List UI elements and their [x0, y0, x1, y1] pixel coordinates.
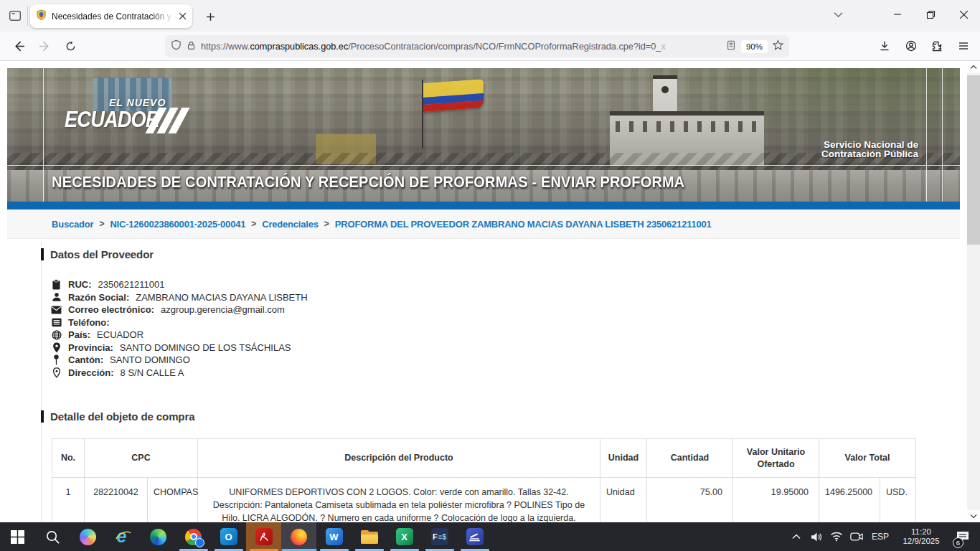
menu-hamburger-icon[interactable] — [952, 34, 975, 57]
el-nuevo-ecuador-logo: EL NUEVO ECUADOR — [65, 97, 172, 131]
taskbar-search-icon[interactable] — [35, 522, 70, 551]
content-left-rule — [41, 242, 42, 522]
col-no: No. — [52, 439, 85, 478]
field-label: Cantón: — [68, 354, 103, 365]
breadcrumb-separator: > — [99, 219, 104, 229]
org-line2: Contratación Pública — [821, 149, 918, 159]
chrome-icon[interactable] — [176, 522, 211, 551]
edge-icon[interactable] — [141, 522, 176, 551]
section-title: Detalle del objeto de compra — [50, 410, 194, 423]
logo-text-main: ECUADOR — [65, 108, 159, 131]
volume-icon[interactable] — [808, 522, 825, 551]
breadcrumb-link-buscador[interactable]: Buscador — [52, 219, 93, 230]
field-ruc: RUC: 2350621211001 — [51, 278, 308, 291]
phone-directory-icon — [51, 317, 62, 328]
downloads-icon[interactable] — [873, 34, 896, 57]
wifi-icon[interactable] — [828, 522, 845, 551]
forward-button[interactable] — [33, 34, 56, 57]
meet-now-icon[interactable] — [848, 522, 865, 551]
field-razon-social: Razón Social: ZAMBRANO MACIAS DAYANA LIS… — [51, 291, 308, 304]
field-value: ECUADOR — [97, 329, 143, 340]
grid-line — [926, 68, 927, 202]
account-icon[interactable] — [900, 34, 923, 57]
breadcrumb-link-nic[interactable]: NIC-1260023860001-2025-00041 — [110, 219, 245, 230]
field-canton: Cantón: SANTO DOMINGO — [51, 354, 308, 367]
url-bar[interactable]: https://www.compraspublicas.gob.ec/Proce… — [165, 35, 789, 57]
field-value: ZAMBRANO MACIAS DAYANA LISBETH — [136, 292, 307, 303]
file-explorer-icon[interactable] — [352, 522, 387, 551]
breadcrumb-current-proforma[interactable]: PROFORMA DEL PROVEEDOR ZAMBRANO MACIAS D… — [335, 219, 712, 230]
copilot-icon[interactable] — [70, 522, 105, 551]
scrollbar-thumb[interactable] — [967, 75, 980, 245]
col-valor-unitario: Valor Unitario Ofertado — [733, 439, 819, 478]
field-value: azgroup.gerencia@gmail.com — [161, 304, 285, 315]
excel-icon[interactable]: X — [387, 522, 422, 551]
field-label: Teléfono: — [68, 317, 110, 328]
clock[interactable]: 11:20 12/9/2025 — [895, 527, 947, 546]
scanner-app-icon[interactable] — [457, 522, 492, 551]
field-label: País: — [68, 329, 90, 340]
reader-mode-icon[interactable] — [726, 40, 736, 53]
firefox-icon[interactable] — [281, 522, 316, 551]
window-restore-button[interactable] — [914, 0, 947, 29]
start-button[interactable] — [0, 522, 35, 551]
page-scrollbar[interactable] — [967, 61, 980, 522]
page-title: NECESIDADES DE CONTRATACIÓN Y RECEPCIÓN … — [52, 174, 685, 192]
section-purchase-header: Detalle del objeto de compra — [41, 410, 194, 423]
bookmark-star-icon[interactable] — [773, 39, 783, 53]
col-descripcion: Descripción del Producto — [198, 439, 600, 478]
table-row: 1 282210042 CHOMPAS UNIFORMES DEPORTIVOS… — [52, 478, 916, 523]
active-tab[interactable]: Necesidades de Contratación y — [30, 4, 192, 28]
tab-title: Necesidades de Contratación y — [52, 11, 174, 22]
grid-line — [7, 165, 960, 166]
word-icon[interactable]: W — [316, 522, 352, 551]
back-button[interactable] — [7, 34, 30, 57]
header-banner: EL NUEVO ECUADOR Servicio Nacional de Co… — [7, 68, 960, 202]
browser-tab-bar: Necesidades de Contratación y — [0, 0, 980, 32]
breadcrumb-link-credenciales[interactable]: Credenciales — [262, 219, 319, 230]
cell-descripcion: UNIFORMES DEPORTIVOS CON 2 LOGOS. Color:… — [198, 478, 600, 523]
scrollbar-up-arrow[interactable] — [967, 61, 980, 73]
field-label: RUC: — [68, 279, 92, 290]
list-all-tabs-icon[interactable] — [821, 0, 854, 29]
logo-stripes — [152, 108, 183, 133]
acrobat-icon[interactable] — [246, 522, 281, 551]
window-minimize-button[interactable] — [881, 0, 914, 29]
field-provincia: Provincia: SANTO DOMINGO DE LOS TSÁCHILA… — [51, 342, 308, 354]
field-value: SANTO DOMINGO DE LOS TSÁCHILAS — [120, 342, 291, 353]
grid-line — [43, 68, 44, 202]
tray-chevron-up-icon[interactable] — [788, 522, 805, 551]
system-tray: ESP 11:20 12/9/2025 6 — [788, 522, 980, 551]
envelope-icon — [51, 304, 62, 315]
user-icon — [51, 292, 62, 303]
outlook-icon[interactable]: O — [211, 522, 246, 551]
finance-app-icon[interactable]: F≡$ — [422, 522, 457, 551]
tab-close-icon[interactable] — [179, 10, 187, 23]
scrollbar-down-arrow[interactable] — [967, 510, 980, 522]
location-pin-icon — [51, 367, 62, 378]
reload-button[interactable] — [59, 34, 82, 57]
cell-cantidad: 75.00 — [647, 478, 733, 523]
field-label: Correo electrónico: — [68, 304, 154, 315]
lock-icon[interactable] — [187, 40, 196, 53]
map-pin-icon — [51, 354, 62, 365]
desktop-screen: Necesidades de Contratación y — [0, 0, 980, 551]
zoom-level-badge[interactable]: 90% — [741, 40, 768, 53]
col-cpc: CPC — [85, 439, 198, 478]
extensions-puzzle-icon[interactable] — [925, 34, 948, 57]
web-page: EL NUEVO ECUADOR Servicio Nacional de Co… — [0, 61, 980, 522]
field-label: Razón Social: — [68, 292, 129, 303]
language-indicator[interactable]: ESP — [868, 532, 892, 542]
window-close-button[interactable] — [947, 0, 980, 29]
notification-center-icon[interactable]: 6 — [950, 522, 976, 551]
org-name: Servicio Nacional de Contratación Públic… — [821, 140, 918, 159]
internet-explorer-icon[interactable]: e — [105, 522, 141, 551]
provider-fields: RUC: 2350621211001 Razón Social: ZAMBRAN… — [51, 278, 308, 379]
tracking-shield-icon[interactable] — [171, 39, 182, 53]
field-pais: País: ECUADOR — [51, 329, 308, 342]
globe-icon — [51, 329, 62, 340]
sidebar-toggle-icon[interactable] — [6, 7, 24, 24]
accent-blue-bar — [7, 202, 960, 209]
new-tab-button[interactable] — [201, 7, 220, 26]
field-telefono: Teléfono: — [51, 316, 308, 329]
